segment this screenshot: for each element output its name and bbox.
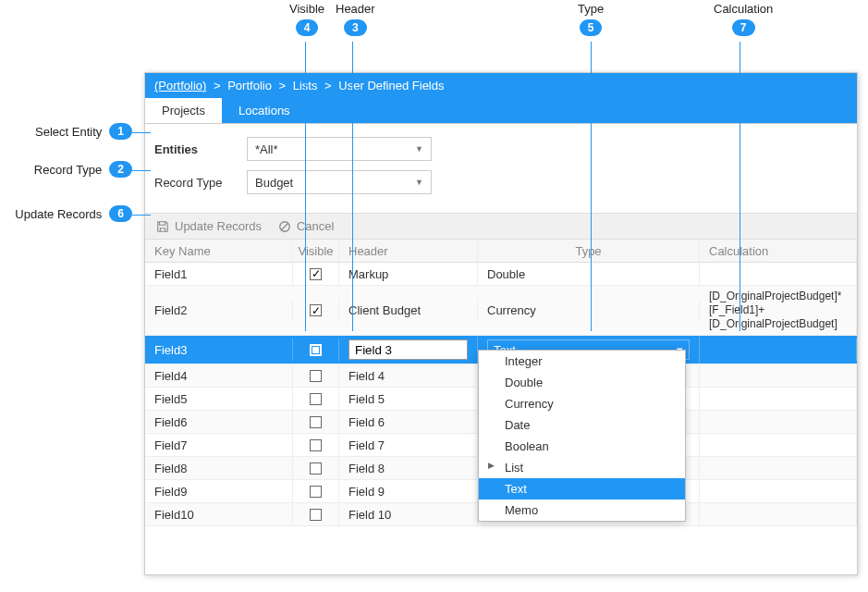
cell-calculation[interactable] [700,457,857,479]
callout-label: Type [578,2,604,16]
callout-label: Select Entity [35,125,102,139]
breadcrumb-sep: > [321,79,336,92]
dropdown-item[interactable]: Boolean [479,436,685,457]
dropdown-item-label: List [505,461,523,475]
visible-checkbox[interactable] [310,486,322,498]
visible-checkbox[interactable] [310,416,322,428]
cell-header[interactable]: Markup [339,263,478,285]
visible-checkbox[interactable] [310,462,322,475]
cell-header[interactable]: Field 5 [339,388,478,410]
cell-header[interactable]: Field 9 [339,480,478,502]
visible-checkbox[interactable] [310,370,322,382]
header-input[interactable] [348,339,468,360]
dropdown-item[interactable]: Double [479,372,685,393]
cell-calculation[interactable] [700,503,857,525]
callout-badge: 7 [732,19,755,36]
tab-projects[interactable]: Projects [145,98,222,123]
col-type[interactable]: Type [478,240,700,262]
cell-header[interactable]: Field 7 [339,434,478,456]
update-records-button[interactable]: Update Records [156,219,262,233]
callout-badge: 2 [109,161,132,178]
visible-checkbox[interactable] [310,304,322,316]
cell-visible[interactable] [293,457,339,479]
cell-header[interactable]: Field 8 [339,457,478,479]
dropdown-item[interactable]: Text [479,478,685,500]
cell-calculation[interactable] [700,411,857,433]
visible-checkbox[interactable] [310,439,322,451]
cell-calculation[interactable]: [D_OriginalProjectBudget]*[F_Field1]+[D_… [700,286,857,335]
callout-badge: 1 [109,123,132,140]
cell-visible[interactable] [293,411,339,433]
visible-checkbox[interactable] [310,393,322,405]
visible-checkbox[interactable] [310,509,322,521]
cell-calculation[interactable] [700,263,857,285]
cell-header[interactable] [339,336,478,364]
tab-locations[interactable]: Locations [222,98,307,123]
breadcrumb-root[interactable]: (Portfolio) [154,79,206,92]
cell-type[interactable]: Double [478,263,700,285]
cell-keyname: Field7 [145,434,293,456]
col-keyname[interactable]: Key Name [145,240,293,262]
callout-badge: 6 [109,205,132,222]
cell-header[interactable]: Field 10 [339,503,478,525]
breadcrumb-item: User Defined Fields [338,79,444,92]
recordtype-select[interactable]: Budget ▼ [247,170,432,194]
callout-calculation: Calculation 7 [714,2,773,36]
cell-header[interactable]: Client Budget [339,300,478,322]
svg-line-1 [281,223,287,229]
breadcrumb-item[interactable]: Portfolio [227,79,272,92]
cell-header[interactable]: Field 4 [339,364,478,387]
chevron-down-icon: ▼ [415,178,423,187]
dropdown-item[interactable]: Integer [479,351,685,372]
visible-checkbox[interactable] [310,268,322,280]
cell-visible[interactable] [293,434,339,456]
callout-select-entity: Select Entity 1 [7,123,132,140]
cell-visible[interactable] [293,388,339,410]
visible-checkbox[interactable] [310,344,322,356]
entities-label: Entities [154,142,247,156]
cell-keyname: Field2 [145,300,293,322]
recordtype-label: Record Type [154,176,247,190]
table-row[interactable]: Field1MarkupDouble [145,263,857,286]
callout-label: Calculation [714,2,773,16]
dropdown-item[interactable]: Currency [479,393,685,414]
col-visible[interactable]: Visible [293,240,339,262]
cell-visible[interactable] [293,300,339,322]
table-row[interactable]: Field2Client BudgetCurrency[D_OriginalPr… [145,286,857,336]
entities-select[interactable]: *All* ▼ [247,137,432,161]
callout-label: Header [336,2,375,16]
col-header[interactable]: Header [339,240,478,262]
recordtype-value: Budget [255,176,293,190]
cell-calculation[interactable] [700,364,857,387]
cancel-label: Cancel [297,219,334,233]
cell-visible[interactable] [293,480,339,502]
chevron-down-icon: ▼ [415,144,423,154]
dropdown-item[interactable]: Date [479,414,685,436]
cell-calculation[interactable] [700,434,857,456]
cell-calculation[interactable] [700,480,857,502]
col-calculation[interactable]: Calculation [700,240,857,262]
type-dropdown[interactable]: IntegerDoubleCurrencyDateBoolean▶ListTex… [478,350,686,522]
cell-keyname: Field3 [145,339,293,361]
callout-type: Type 5 [578,2,604,36]
form-area: Entities *All* ▼ Record Type Budget ▼ [145,124,857,213]
dropdown-item[interactable]: ▶List [479,457,685,478]
update-records-label: Update Records [175,219,262,233]
callout-badge: 5 [580,19,603,36]
row-entities: Entities *All* ▼ [154,137,848,161]
callout-badge: 4 [296,19,319,36]
entities-value: *All* [255,142,278,156]
dropdown-item[interactable]: Memo [479,500,685,521]
cancel-button[interactable]: Cancel [278,219,334,233]
cell-calculation[interactable] [700,388,857,410]
cell-visible[interactable] [293,263,339,285]
cell-visible[interactable] [293,503,339,525]
cell-visible[interactable] [293,364,339,387]
cell-visible[interactable] [293,339,339,361]
cell-keyname: Field10 [145,503,293,525]
cell-calculation[interactable] [700,339,857,361]
toolbar: Update Records Cancel [145,213,857,240]
cell-header[interactable]: Field 6 [339,411,478,433]
cell-keyname: Field8 [145,457,293,479]
cell-type[interactable]: Currency [478,300,700,322]
